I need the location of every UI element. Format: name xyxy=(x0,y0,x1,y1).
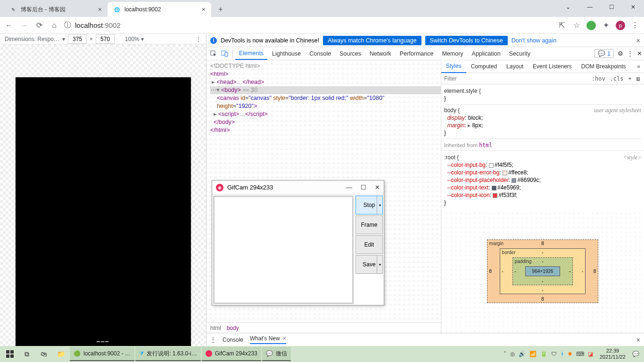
gifcam-titlebar[interactable]: ◉ GifCam 294x233 — ☐ ✕ xyxy=(212,181,384,195)
add-rule-icon[interactable]: + xyxy=(627,75,633,82)
computed-toggle-icon[interactable]: ▥ xyxy=(635,75,641,82)
keyboard-icon[interactable]: ⌨ xyxy=(576,351,584,357)
edit-button[interactable]: Edit xyxy=(355,235,383,254)
style-rules-root[interactable]: <style> :root { --color-input-bg: #f4f5f… xyxy=(441,151,644,209)
tab-application[interactable]: Application xyxy=(468,47,504,60)
address-bar[interactable]: ⓘ localhost:9002 xyxy=(64,21,552,30)
dom-node[interactable]: <html> xyxy=(210,70,441,78)
browser-tab-2[interactable]: 🌐 localhost:9002 × xyxy=(107,2,211,17)
tray-app-icon[interactable]: ◪ xyxy=(588,351,593,357)
match-language-button[interactable]: Always match Chrome's language xyxy=(323,36,421,45)
taskbar-gifcam[interactable]: GifCam 294x233 xyxy=(202,347,261,361)
close-icon[interactable]: ✕ xyxy=(622,0,644,14)
drawer-console[interactable]: Console xyxy=(223,337,243,343)
tab-performance[interactable]: Performance xyxy=(396,47,438,60)
chevron-down-icon[interactable]: ▾ xyxy=(377,196,382,214)
drawer-whatsnew[interactable]: What's New × xyxy=(250,335,286,344)
width-input[interactable] xyxy=(68,34,87,44)
browser-tab-1[interactable]: ✎ 博客后台 - 博客园 × xyxy=(4,2,107,17)
bm-border[interactable]: border ---- padding ---- 964×1926 xyxy=(500,248,586,294)
tab-sources[interactable]: Sources xyxy=(336,47,365,60)
wifi-icon[interactable]: 📶 xyxy=(529,351,537,357)
tab-security[interactable]: Security xyxy=(505,47,534,60)
tab-network[interactable]: Network xyxy=(366,47,395,60)
close-icon[interactable]: × xyxy=(98,6,102,13)
tray-overflow-icon[interactable]: ˄ xyxy=(504,351,506,357)
maximize-icon[interactable]: ☐ xyxy=(601,0,622,14)
save-button[interactable]: Save▾ xyxy=(355,255,383,274)
style-rules[interactable]: element.style { } user agent stylesheet … xyxy=(441,84,644,140)
taskbar-chrome[interactable]: 🟢localhost:9002 - … xyxy=(70,347,134,361)
close-icon[interactable]: × xyxy=(202,6,206,13)
star-icon[interactable]: ☆ xyxy=(571,20,582,31)
battery-icon[interactable]: 🔋 xyxy=(540,351,547,357)
stop-button[interactable]: Stop▾ xyxy=(355,196,383,214)
inspect-icon[interactable] xyxy=(208,49,219,59)
cls-toggle[interactable]: .cls xyxy=(609,75,625,82)
device-toggle-icon[interactable] xyxy=(220,49,230,59)
issues-badge[interactable]: 💬 1 xyxy=(594,49,614,58)
close-icon[interactable]: × xyxy=(636,37,640,44)
volume-icon[interactable]: 🔊 xyxy=(519,351,526,357)
close-icon[interactable]: ✕ xyxy=(375,184,380,191)
tab-memory[interactable]: Memory xyxy=(438,47,467,60)
dom-node[interactable]: ▸<head>…</head> xyxy=(210,78,441,86)
reload-icon[interactable]: ⟳ xyxy=(34,20,44,31)
tab-dombreakpoints[interactable]: DOM Breakpoints xyxy=(577,60,631,73)
zoom-select[interactable]: 100% ▾ xyxy=(125,36,144,42)
tray-app-icon[interactable]: ✹ xyxy=(568,351,572,357)
kebab-icon[interactable]: ⋮ xyxy=(210,337,216,343)
close-icon[interactable]: × xyxy=(636,336,640,344)
overflow-icon[interactable]: » xyxy=(633,63,644,70)
resize-handle[interactable]: ━━━ xyxy=(97,338,109,345)
crumb-body[interactable]: body xyxy=(227,325,239,331)
bluetooth-icon[interactable]: ᚼ xyxy=(561,351,564,357)
caret-down-icon[interactable]: ⌄ xyxy=(557,0,579,14)
notifications-icon[interactable]: 💬 xyxy=(632,351,639,357)
extensions-icon[interactable]: ✦ xyxy=(601,20,611,31)
bm-padding[interactable]: padding ---- 964×1926 xyxy=(512,257,573,285)
taskbar-wechat[interactable]: 💬微信 xyxy=(262,347,291,361)
tab-lighthouse[interactable]: Lighthouse xyxy=(268,47,305,60)
kebab-icon[interactable]: ⋮ xyxy=(630,20,640,31)
gear-icon[interactable]: ⚙ xyxy=(618,50,623,57)
new-tab-button[interactable]: + xyxy=(214,3,227,16)
back-icon[interactable]: ← xyxy=(4,20,14,31)
minimize-icon[interactable]: — xyxy=(346,184,352,191)
maximize-icon[interactable]: ☐ xyxy=(361,184,366,191)
close-icon[interactable]: ✕ xyxy=(637,50,642,57)
tab-computed[interactable]: Computed xyxy=(466,60,502,73)
share-icon[interactable]: ⇱ xyxy=(556,20,567,31)
kebab-icon[interactable]: ⋮ xyxy=(196,36,201,42)
source-link[interactable]: <style> xyxy=(623,154,641,161)
frame-button[interactable]: Frame xyxy=(355,215,383,234)
dom-node[interactable]: ▸<script>…</script> xyxy=(210,110,441,118)
home-icon[interactable]: ⌂ xyxy=(49,20,59,31)
tab-elements[interactable]: Elements xyxy=(235,47,267,60)
shield-icon[interactable]: 🛡 xyxy=(551,351,557,357)
tab-layout[interactable]: Layout xyxy=(502,60,528,73)
dom-node[interactable]: height="1920"> xyxy=(210,102,441,110)
location-icon[interactable]: ◎ xyxy=(510,351,515,357)
dimensions-dropdown[interactable]: Dimensions: Respo… xyxy=(5,36,59,42)
filter-input[interactable] xyxy=(444,75,588,82)
gifcam-window[interactable]: ◉ GifCam 294x233 — ☐ ✕ Stop▾ Frame Edit … xyxy=(212,180,384,305)
chevron-down-icon[interactable]: ▾ xyxy=(62,36,65,42)
dom-node[interactable]: </body> xyxy=(210,118,441,126)
switch-chinese-button[interactable]: Switch DevTools to Chinese xyxy=(425,36,508,45)
chevron-down-icon[interactable]: ▾ xyxy=(377,255,382,273)
minimize-icon[interactable]: — xyxy=(579,0,601,14)
tab-styles[interactable]: Styles xyxy=(441,60,466,73)
bm-content[interactable]: 964×1926 xyxy=(525,266,561,276)
bm-margin[interactable]: margin 8 8 8 8 border ---- padding ---- xyxy=(487,239,599,303)
crumb-html[interactable]: html xyxy=(210,325,221,331)
close-icon[interactable]: × xyxy=(281,335,286,342)
dom-node[interactable]: <!DOCTYPE html> xyxy=(210,62,441,70)
dom-node[interactable]: <canvas id="canvas" style="border: 1px s… xyxy=(210,94,441,102)
height-input[interactable] xyxy=(96,34,115,44)
store-icon[interactable]: 🛍 xyxy=(36,347,52,361)
start-icon[interactable] xyxy=(2,347,18,361)
source-link[interactable]: user agent stylesheet xyxy=(594,107,641,114)
dom-node-selected[interactable]: ⋯▾<body> == $0 xyxy=(210,86,441,94)
tab-eventlisteners[interactable]: Event Listeners xyxy=(528,60,577,73)
